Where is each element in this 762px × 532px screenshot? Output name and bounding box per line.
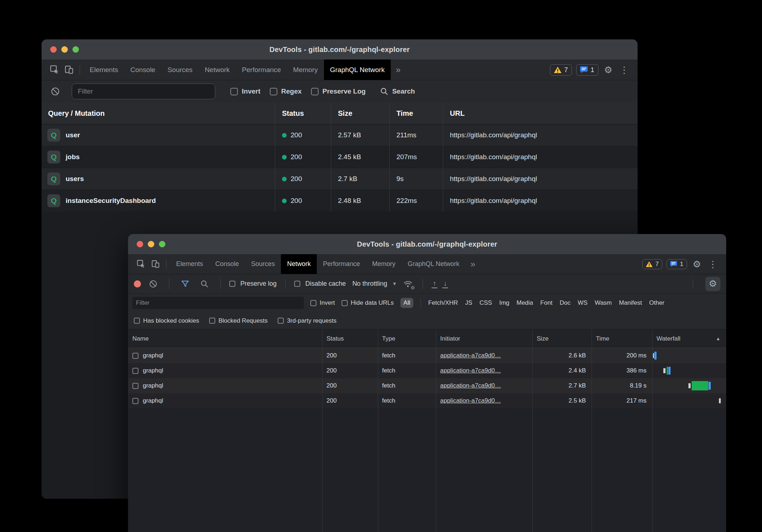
column-header-type[interactable]: Type (378, 335, 436, 342)
device-toolbar-icon[interactable] (62, 60, 76, 80)
column-header-query-mutation[interactable]: Query / Mutation (42, 109, 275, 118)
table-row[interactable]: graphql 200 fetch application-a7ca9d0… 2… (128, 393, 726, 408)
column-header-initiator[interactable]: Initiator (436, 335, 532, 342)
chip-css[interactable]: CSS (479, 299, 492, 307)
filter-input[interactable] (72, 84, 215, 99)
blocked-requests-label: Blocked Requests (218, 317, 268, 324)
more-tabs-icon[interactable]: » (391, 60, 405, 80)
network-conditions-icon[interactable]: ⚙ (402, 279, 414, 289)
chip-font[interactable]: Font (540, 299, 552, 307)
blocked-requests-checkbox[interactable] (209, 318, 215, 324)
initiator-link[interactable]: application-a7ca9d0… (440, 352, 501, 359)
column-header-url[interactable]: URL (443, 109, 638, 118)
table-row[interactable]: Qusers 200 2.7 kB 9s https://gitlab.com/… (42, 168, 638, 190)
more-options-icon[interactable]: ⋮ (707, 260, 719, 269)
regex-checkbox[interactable] (270, 88, 277, 95)
column-header-waterfall[interactable]: Waterfall (657, 335, 680, 342)
chip-all[interactable]: All (400, 298, 414, 308)
preserve-log-checkbox[interactable] (229, 281, 235, 287)
inspect-icon[interactable] (134, 254, 148, 274)
initiator-link[interactable]: application-a7ca9d0… (440, 382, 501, 389)
third-party-requests-checkbox[interactable] (278, 318, 284, 324)
column-header-name[interactable]: Name (128, 335, 322, 342)
chip-other[interactable]: Other (649, 299, 665, 307)
table-row[interactable]: graphql 200 fetch application-a7ca9d0… 2… (128, 378, 726, 393)
table-row[interactable]: graphql 200 fetch application-a7ca9d0… 2… (128, 348, 726, 363)
initiator-link[interactable]: application-a7ca9d0… (440, 397, 501, 404)
export-har-icon[interactable]: ↓ (442, 280, 448, 288)
warnings-badge[interactable]: 7 (642, 259, 662, 269)
tab-performance[interactable]: Performance (317, 254, 366, 274)
device-toolbar-icon[interactable] (148, 254, 163, 274)
table-row[interactable]: Qjobs 200 2.45 kB 207ms https://gitlab.c… (42, 146, 638, 168)
settings-gear-icon[interactable]: ⚙ (691, 260, 702, 269)
column-header-size[interactable]: Size (532, 335, 592, 342)
row-checkbox[interactable] (132, 383, 138, 389)
search-icon[interactable] (197, 280, 212, 288)
tab-elements[interactable]: Elements (170, 254, 209, 274)
minimize-button[interactable] (148, 241, 154, 247)
table-row[interactable]: QinstanceSecurityDashboard 200 2.48 kB 2… (42, 190, 638, 212)
issues-badge[interactable]: 1 (667, 259, 687, 269)
filter-input[interactable] (132, 297, 304, 309)
chip-fetch-xhr[interactable]: Fetch/XHR (428, 299, 458, 307)
disable-cache-checkbox[interactable] (294, 281, 300, 287)
throttling-dropdown[interactable]: No throttling ▼ (352, 280, 397, 288)
more-tabs-icon[interactable]: » (466, 254, 480, 274)
chip-ws[interactable]: WS (578, 299, 587, 307)
chip-media[interactable]: Media (517, 299, 533, 307)
tab-performance[interactable]: Performance (236, 60, 287, 80)
chip-js[interactable]: JS (465, 299, 472, 307)
clear-icon[interactable] (146, 280, 160, 288)
invert-checkbox[interactable] (310, 300, 316, 306)
table-row[interactable]: graphql 200 fetch application-a7ca9d0… 2… (128, 363, 726, 378)
issues-badge[interactable]: 1 (576, 64, 598, 76)
filter-funnel-icon[interactable] (178, 280, 192, 288)
column-header-status[interactable]: Status (275, 109, 331, 118)
row-checkbox[interactable] (132, 398, 138, 404)
chip-doc[interactable]: Doc (560, 299, 570, 307)
tab-network[interactable]: Network (199, 60, 236, 80)
inspect-icon[interactable] (47, 60, 62, 80)
import-har-icon[interactable]: ↑ (432, 280, 437, 288)
query-badge: Q (47, 172, 60, 185)
row-checkbox[interactable] (132, 368, 138, 374)
settings-gear-icon[interactable]: ⚙ (603, 65, 614, 75)
zoom-button[interactable] (72, 46, 79, 53)
tab-console[interactable]: Console (124, 60, 161, 80)
record-button[interactable] (134, 280, 141, 288)
tab-memory[interactable]: Memory (287, 60, 324, 80)
search-button[interactable]: Search (380, 87, 415, 96)
tab-sources[interactable]: Sources (245, 254, 281, 274)
minimize-button[interactable] (61, 46, 68, 53)
column-header-status[interactable]: Status (322, 335, 378, 342)
invert-checkbox[interactable] (230, 88, 238, 95)
column-header-time[interactable]: Time (592, 335, 652, 342)
has-blocked-cookies-checkbox[interactable] (134, 318, 140, 324)
tab-graphql-network[interactable]: GraphQL Network (324, 60, 391, 80)
column-header-time[interactable]: Time (389, 109, 443, 118)
chip-img[interactable]: Img (499, 299, 509, 307)
tab-memory[interactable]: Memory (366, 254, 401, 274)
row-checkbox[interactable] (132, 353, 138, 359)
warnings-badge[interactable]: 7 (550, 64, 572, 76)
chip-wasm[interactable]: Wasm (595, 299, 612, 307)
preserve-log-checkbox[interactable] (311, 88, 319, 95)
tab-graphql-network[interactable]: GraphQL Network (401, 254, 465, 274)
initiator-link[interactable]: application-a7ca9d0… (440, 367, 501, 374)
column-header-size[interactable]: Size (331, 109, 389, 118)
tab-network[interactable]: Network (281, 254, 317, 274)
hide-data-urls-checkbox[interactable] (342, 300, 348, 306)
close-button[interactable] (50, 46, 57, 53)
more-options-icon[interactable]: ⋮ (618, 65, 630, 75)
tab-console[interactable]: Console (209, 254, 245, 274)
tab-sources[interactable]: Sources (161, 60, 199, 80)
clear-icon[interactable] (48, 87, 62, 96)
close-button[interactable] (137, 241, 143, 247)
sort-ascending-icon[interactable]: ▲ (716, 336, 720, 341)
tab-elements[interactable]: Elements (84, 60, 124, 80)
chip-manifest[interactable]: Manifest (619, 299, 642, 307)
table-row[interactable]: Quser 200 2.57 kB 211ms https://gitlab.c… (42, 124, 638, 146)
zoom-button[interactable] (159, 241, 165, 247)
network-settings-gear-icon[interactable]: ⚙ (705, 277, 720, 291)
